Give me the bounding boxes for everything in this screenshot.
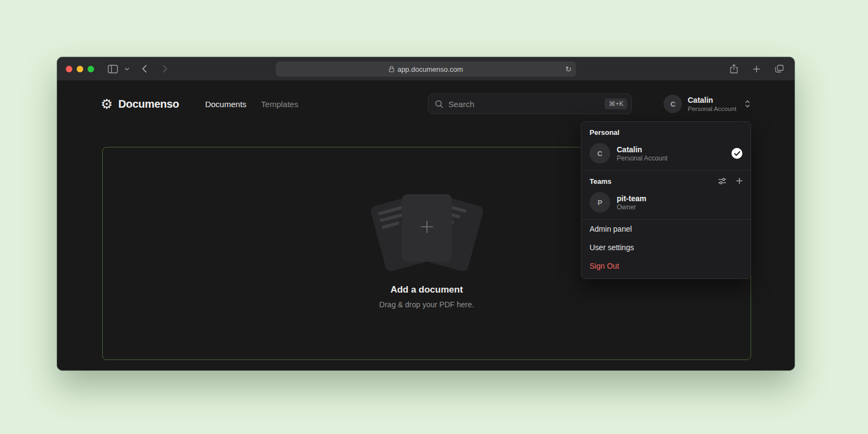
address-bar[interactable]: app.documenso.com ↻ — [276, 61, 576, 77]
dropzone-subtitle: Drag & drop your PDF here. — [103, 300, 751, 309]
chevron-up-down-icon — [744, 100, 751, 108]
lock-icon — [389, 66, 394, 72]
brand[interactable]: ⚙ Documenso — [101, 97, 179, 111]
traffic-lights — [66, 66, 94, 72]
account-menu-trigger[interactable]: C Catalin Personal Account — [664, 95, 751, 113]
menu-item-user-settings[interactable]: User settings — [581, 238, 751, 257]
close-window-button[interactable] — [66, 66, 72, 72]
tab-overview-icon[interactable] — [773, 63, 786, 76]
zoom-window-button[interactable] — [88, 66, 94, 72]
team-name: pit-team — [617, 194, 646, 203]
avatar: P — [590, 192, 610, 213]
browser-window: app.documenso.com ↻ — [57, 57, 795, 370]
share-icon[interactable] — [727, 63, 740, 76]
account-name: Catalin — [687, 96, 736, 105]
nav-documents[interactable]: Documents — [205, 100, 246, 109]
avatar: C — [664, 95, 682, 113]
brand-name: Documenso — [118, 98, 179, 110]
sidebar-toggle-icon[interactable] — [106, 63, 119, 76]
personal-account-item[interactable]: C Catalin Personal Account — [581, 140, 751, 170]
search-icon — [435, 100, 443, 108]
dropzone-title: Add a document — [103, 284, 751, 295]
account-dropdown-menu: Personal C Catalin Personal Account Team… — [581, 121, 751, 279]
documenso-logo-icon: ⚙ — [101, 97, 113, 111]
teams-section-heading: Teams — [581, 171, 718, 189]
account-type: Personal Account — [617, 154, 667, 163]
url-text: app.documenso.com — [398, 65, 463, 73]
main-nav: Documents Templates — [205, 100, 298, 109]
back-button[interactable] — [138, 63, 151, 76]
account-name: Catalin — [617, 145, 667, 154]
app-header: ⚙ Documenso Documents Templates ⌘+K — [57, 92, 795, 116]
personal-section-heading: Personal — [581, 122, 751, 140]
document-stack-illustration — [364, 192, 489, 275]
sidebar-chevron-down-icon[interactable] — [123, 63, 130, 76]
manage-teams-icon[interactable] — [718, 177, 727, 185]
nav-templates[interactable]: Templates — [261, 100, 298, 109]
selected-check-icon — [731, 148, 742, 159]
add-document-card — [402, 194, 452, 262]
documenso-app: ⚙ Documenso Documents Templates ⌘+K — [57, 81, 795, 370]
forward-button[interactable] — [158, 63, 171, 76]
search-shortcut-badge: ⌘+K — [605, 98, 627, 109]
menu-item-sign-out[interactable]: Sign Out — [581, 257, 751, 275]
plus-icon — [419, 219, 435, 237]
menu-item-admin-panel[interactable]: Admin panel — [581, 220, 751, 238]
avatar: C — [590, 143, 610, 164]
reload-icon[interactable]: ↻ — [565, 65, 572, 73]
add-team-icon[interactable] — [736, 177, 743, 185]
team-item[interactable]: P pit-team Owner — [581, 189, 751, 219]
search-input[interactable] — [448, 100, 605, 109]
minimize-window-button[interactable] — [77, 66, 83, 72]
account-type: Personal Account — [687, 105, 736, 113]
team-role: Owner — [617, 203, 646, 212]
browser-titlebar: app.documenso.com ↻ — [57, 57, 795, 81]
search-bar[interactable]: ⌘+K — [428, 94, 632, 114]
new-tab-icon[interactable] — [750, 63, 763, 76]
